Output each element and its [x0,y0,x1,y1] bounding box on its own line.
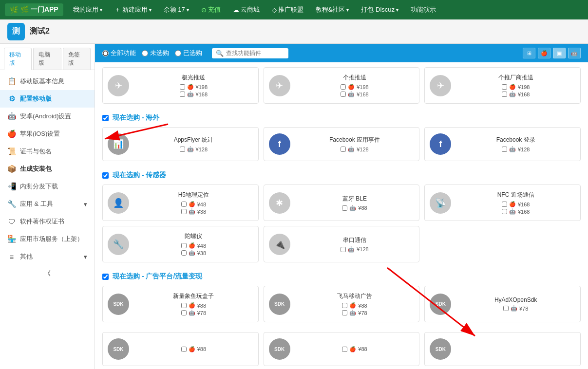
filter-purchased[interactable]: 已选购 [175,49,202,57]
price-checkbox[interactable] [502,209,507,214]
filter-radio-group: 全部功能 未选购 已选购 [102,49,202,57]
tab-mobile[interactable]: 移动版 [4,48,32,70]
sidebar-item-basic-info[interactable]: 📋 移动版基本信息 [0,73,95,90]
price-checkbox-android[interactable] [341,92,346,97]
price-checkbox[interactable] [181,209,187,214]
logo[interactable]: 🌿 🌿 一门APP [5,3,63,16]
sidebar-item-android[interactable]: 🤖 安卓(Android)设置 [0,108,95,125]
plugin-card-serial[interactable]: 🔌 串口通信 🤖 ¥128 [264,226,420,262]
section-checkbox-overseas[interactable] [102,115,109,121]
plugin-prices: 🍎 ¥168 🤖 ¥168 [502,201,530,215]
plugin-card-facebook-events[interactable]: f Facebook 应用事件 🤖 ¥128 [264,127,420,161]
plugin-prices: 🤖 ¥128 [502,146,530,152]
price-checkbox[interactable] [181,250,187,256]
sidebar-item-copyright[interactable]: 🛡 软件著作权证书 [0,213,95,230]
sidebar-item-beta[interactable]: 📲 内测分发下载 [0,178,95,195]
price-checkbox[interactable] [181,310,187,315]
filter-search-box[interactable]: 🔍 [212,48,288,58]
filter-unpurchased[interactable]: 未选购 [142,49,169,57]
price-checkbox[interactable] [181,202,187,207]
price-checkbox[interactable] [502,202,507,207]
sidebar-item-config-mobile[interactable]: ⚙ 配置移动版 [0,90,95,108]
sidebar-item-tools[interactable]: 🔧 应用 & 工具 ▾ [0,195,95,213]
section-checkbox-sensors[interactable] [102,172,109,179]
section-checkbox-ads[interactable] [102,274,109,280]
plugin-card-getui-vendor[interactable]: ✈ 个推厂商推送 🍎 ¥198 [424,67,581,104]
price-checkbox-android[interactable] [180,92,185,97]
sidebar-item-other[interactable]: ≡ 其他 ▾ [0,248,95,265]
price-checkbox[interactable] [342,205,347,211]
nav-demo[interactable]: 功能演示 [406,3,441,17]
view-grid-button[interactable]: ⊞ [523,48,535,58]
plugin-card-hyadx[interactable]: SDK HyAdXOpenSdk 🤖 ¥78 [424,286,581,322]
plugin-card-gyro[interactable]: 🔧 陀螺仪 🍎 ¥48 � [102,226,259,262]
sidebar-tabs: 移动版 电脑版 免签版 [0,44,95,70]
nav-cloud-store[interactable]: ☁ 云商城 [228,3,265,17]
price-checkbox[interactable] [181,303,187,308]
plugin-name: NFC 近场通信 [497,191,534,199]
view-android-button[interactable]: 🤖 [568,48,581,58]
nav-new-app[interactable]: ＋ 新建应用 ▾ [110,3,156,17]
plugin-name: 个推推送 [343,74,366,82]
app-header: 测 测试2 [0,19,588,44]
plugin-name: 飞马移动广告 [337,292,372,300]
filter-all[interactable]: 全部功能 [102,49,136,57]
price-checkbox[interactable] [181,347,187,352]
nav-tutorial[interactable]: 教程&社区 ▾ [311,3,354,17]
nav-balance[interactable]: 余额 17 ▾ [159,3,194,17]
price-checkbox[interactable] [503,306,509,311]
plugin-card-getui[interactable]: ✈ 个推推送 🍎 ¥198 [264,67,420,104]
view-apple-button[interactable]: 🍎 [538,48,550,58]
section-ads-extra: SDK 🍎 ¥88 SDK [95,327,588,366]
sidebar-item-appstore[interactable]: 🏪 应用市场服务（上架） [0,230,95,248]
nav-discuz[interactable]: 打包 Discuz ▾ [356,3,403,17]
plugin-card-xinliang[interactable]: SDK 新量象鱼玩盒子 🍎 ¥88 [102,286,259,322]
price-checkbox[interactable] [342,310,347,315]
price-checkbox[interactable] [341,247,346,252]
price-checkbox-ios[interactable] [180,84,185,90]
nav-promotion[interactable]: ◇ 推广联盟 [267,3,308,17]
plugin-icon-nfc: 📡 [430,192,451,214]
plugin-card-sdk1[interactable]: SDK 🍎 ¥88 [102,332,259,366]
search-input[interactable] [226,50,285,56]
android-icon: 🤖 [348,146,355,152]
plugin-card-sdk2[interactable]: SDK 🍎 ¥88 [264,332,420,366]
price-checkbox-ios[interactable] [502,84,507,90]
apple-price-icon: 🍎 [509,84,516,90]
section-header-sensors: 现在选购 - 传感器 [102,171,581,180]
sidebar-item-ios[interactable]: 🍎 苹果(iOS)设置 [0,125,95,143]
sidebar-collapse-button[interactable]: 《 [0,265,95,282]
price-checkbox[interactable] [181,243,187,248]
nav-my-apps[interactable]: 我的应用 ▾ [68,3,107,17]
sidebar-item-cert[interactable]: 📜 证书与包名 [0,143,95,160]
price-checkbox-android[interactable] [502,92,507,97]
section-sensors: 现在选购 - 传感器 👤 H5地理定位 🍎 ¥48 [95,166,588,262]
price-checkbox-ios[interactable] [341,84,346,90]
tab-desktop[interactable]: 电脑版 [33,48,61,70]
price-checkbox[interactable] [342,347,347,352]
android-price-icon: 🤖 [509,91,516,97]
price-checkbox[interactable] [502,147,507,152]
plugin-card-ble[interactable]: ✱ 蓝牙 BLE 🤖 ¥88 [264,184,420,221]
plugin-icon-sdk1: SDK [108,338,129,360]
view-list-button[interactable]: ▣ [553,48,566,58]
plugin-card-feima[interactable]: SDK 飞马移动广告 🍎 ¥88 [264,286,420,322]
android-icon: 🤖 [187,146,194,152]
plugin-card-sdk3[interactable]: SDK [424,332,581,366]
price-checkbox[interactable] [180,147,185,152]
plugin-card-facebook-login[interactable]: f Facebook 登录 🤖 ¥128 [424,127,581,161]
plugin-card-h5-geo[interactable]: 👤 H5地理定位 🍎 ¥48 [102,184,259,221]
price-checkbox[interactable] [341,147,346,152]
plugin-name: 蓝牙 BLE [342,195,367,203]
plugin-card-inner: 个推推送 🍎 ¥198 🤖 ¥168 [295,74,415,97]
plugin-icon-sdk3: SDK [430,338,451,360]
chevron-down-icon: ▾ [187,7,189,13]
plugin-card-appsflyer[interactable]: 📊 AppsFlyer 统计 🤖 ¥128 [102,127,259,161]
apple-icon: 🍎 [509,201,516,207]
price-checkbox[interactable] [342,303,347,308]
chevron-down-icon: ▾ [149,7,152,13]
nav-recharge[interactable]: ⊙ 充值 [196,3,226,17]
plugin-card-jiguang[interactable]: ✈ 极光推送 🍎 ¥198 [102,67,259,104]
tab-nosign[interactable]: 免签版 [63,48,91,70]
plugin-card-nfc[interactable]: 📡 NFC 近场通信 🍎 ¥168 [424,184,581,221]
